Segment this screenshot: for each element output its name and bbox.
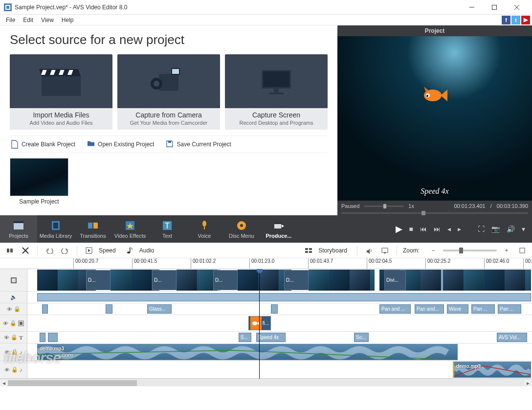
text-clip[interactable]: S... <box>239 333 251 342</box>
maximize-button[interactable] <box>483 0 506 15</box>
overlay-clip[interactable]: fi... <box>248 316 271 330</box>
track-head[interactable]: 👁🔒T <box>0 332 27 343</box>
timeline-scrollbar[interactable]: ◂ ▸ <box>0 379 532 387</box>
audio-clip[interactable]: demo.mp3 <box>453 362 531 378</box>
close-button[interactable] <box>506 0 528 15</box>
video-clip[interactable] <box>238 270 291 291</box>
svg-rect-32 <box>88 223 92 228</box>
fx-clip[interactable]: Pan and ... <box>379 304 411 314</box>
audio-track-2: 👁🔒♪ demo.mp3 <box>0 361 532 379</box>
video-clip[interactable]: D... <box>284 270 309 290</box>
fx-clip[interactable] <box>42 304 48 314</box>
next-button[interactable]: ⏭ <box>434 225 441 233</box>
twitter-icon[interactable]: t <box>511 16 520 24</box>
playhead[interactable] <box>259 269 260 379</box>
youtube-icon[interactable]: ▶ <box>521 16 530 24</box>
capture-screen-card[interactable]: Capture Screen Record Desktop and Progra… <box>225 54 328 130</box>
scroll-left-button[interactable]: ◂ <box>0 379 8 387</box>
text-tab[interactable]: T Text <box>149 215 186 243</box>
zoom-fit-button[interactable] <box>516 245 528 256</box>
snapshot-button[interactable]: 📷 <box>491 225 500 233</box>
step-back-button[interactable]: ◂ <box>447 225 451 233</box>
video-clip[interactable]: D... <box>152 270 177 290</box>
video-clip[interactable]: Divi... <box>384 270 406 290</box>
audio-label[interactable]: Audio <box>139 247 155 254</box>
redo-button[interactable] <box>59 245 71 256</box>
zoom-out-button[interactable]: − <box>427 245 439 256</box>
audio-subclip[interactable] <box>37 293 531 301</box>
fx-clip[interactable] <box>271 304 278 314</box>
volume-button[interactable]: 🔊 <box>507 225 515 233</box>
lock-icon: 🔒 <box>11 334 18 341</box>
audio-mix-button[interactable] <box>363 245 375 256</box>
preview-aspect-button[interactable] <box>379 245 391 256</box>
svg-rect-45 <box>7 249 9 252</box>
storyboard-label[interactable]: Storyboard <box>318 247 347 254</box>
media-library-tab[interactable]: Media Library <box>37 215 74 243</box>
video-clip[interactable] <box>443 270 531 291</box>
voice-tab[interactable]: Voice <box>186 215 223 243</box>
timeline-ruler[interactable]: 00:00:20.7 00:00:41.5 00:01:02.2 00:01:2… <box>0 258 532 269</box>
projects-tab[interactable]: Projects <box>0 215 37 243</box>
speed-label[interactable]: Speed <box>99 247 116 254</box>
video-clip[interactable]: D... <box>213 270 238 290</box>
text-clip[interactable] <box>40 333 45 342</box>
play-button[interactable]: ▶ <box>396 224 402 234</box>
scroll-right-button[interactable]: ▸ <box>524 379 532 387</box>
video-track-head[interactable] <box>0 269 27 291</box>
ruler-tick: 00:02:25.2 <box>425 258 450 269</box>
scroll-thumb[interactable] <box>8 380 137 386</box>
zoom-in-button[interactable]: + <box>501 245 512 256</box>
disc-menu-tab[interactable]: Disc Menu <box>223 215 260 243</box>
menu-edit[interactable]: Edit <box>19 16 37 24</box>
lock-icon: 🔒 <box>10 320 17 326</box>
fish-overlay <box>419 86 448 105</box>
speed-slider[interactable] <box>364 205 403 207</box>
audio-clip[interactable]: demo.mp3 <box>37 344 458 360</box>
capture-camera-card[interactable]: Capture from Camera Get Your Media from … <box>117 54 220 130</box>
create-blank-project[interactable]: Create Blank Project <box>10 138 76 151</box>
prev-button[interactable]: ⏮ <box>420 225 427 233</box>
produce-button[interactable]: Produce... <box>260 215 297 243</box>
menu-help[interactable]: Help <box>58 16 78 24</box>
open-existing-project[interactable]: Open Existing Project <box>86 138 155 151</box>
track-head[interactable]: 👁🔒♪ <box>0 343 27 361</box>
text-clip[interactable] <box>48 333 58 342</box>
minimize-button[interactable] <box>461 0 483 15</box>
zoom-slider[interactable] <box>443 250 497 251</box>
project-thumbnail[interactable]: Sample Project <box>10 158 68 205</box>
seek-bar[interactable] <box>337 211 532 215</box>
text-clip[interactable]: Speed 4x <box>256 333 286 342</box>
menu-view[interactable]: View <box>37 16 58 24</box>
stop-button[interactable]: ■ <box>409 225 413 233</box>
facebook-icon[interactable]: f <box>502 16 510 24</box>
fx-clip[interactable] <box>106 304 112 314</box>
fx-clip[interactable]: Pan ... <box>471 304 495 314</box>
track-head[interactable]: 👁🔒 <box>0 303 27 315</box>
undo-button[interactable] <box>44 245 55 256</box>
delete-button[interactable] <box>20 245 31 256</box>
text-clip[interactable]: So... <box>354 333 369 342</box>
step-fwd-button[interactable]: ▸ <box>458 225 461 233</box>
split-button[interactable] <box>4 245 16 256</box>
video-effects-tab[interactable]: Video Effects <box>111 215 149 243</box>
preview-viewport[interactable]: Speed 4x <box>337 36 532 201</box>
track-head[interactable]: 👁🔒♪ <box>0 361 27 378</box>
transitions-tab[interactable]: Transitions <box>74 215 111 243</box>
svg-rect-22 <box>168 141 171 143</box>
save-current-project[interactable]: Save Current Project <box>165 138 232 151</box>
fullscreen-button[interactable]: ⛶ <box>478 225 485 233</box>
fx-clip[interactable]: Wave <box>447 304 468 314</box>
import-media-card[interactable]: Import Media Files Add Video and Audio F… <box>10 54 112 130</box>
track-head[interactable]: 👁🔒 <box>0 315 27 331</box>
video-clip[interactable] <box>309 270 375 291</box>
track-head[interactable]: 🔈 <box>0 292 27 303</box>
fish-icon <box>250 317 262 330</box>
fx-clip[interactable]: Glass... <box>147 304 172 314</box>
volume-chevron[interactable]: ▾ <box>522 225 525 233</box>
menu-file[interactable]: File <box>2 16 19 24</box>
text-clip[interactable]: AVS Vid... <box>497 333 527 342</box>
fx-clip[interactable]: Pan ... <box>498 304 521 314</box>
video-clip[interactable]: D... <box>86 270 111 290</box>
fx-clip[interactable]: Pan and... <box>415 304 444 314</box>
